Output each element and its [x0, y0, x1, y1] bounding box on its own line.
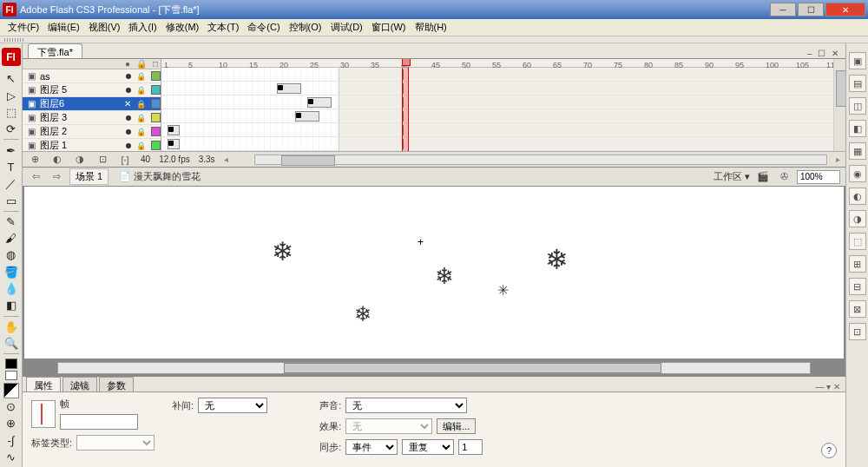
edit-effect-button[interactable]: 编辑... [437, 418, 476, 434]
edit-scene-icon[interactable]: 🎬 [755, 170, 771, 184]
panel-button-4[interactable]: ▦ [849, 142, 866, 160]
panel-button-8[interactable]: ⬚ [849, 233, 866, 250]
menu-insert[interactable]: 插入(I) [124, 19, 161, 36]
eraser-tool[interactable]: ◧ [2, 297, 21, 313]
tool-option-3[interactable]: ∿ [2, 449, 21, 465]
hand-tool[interactable]: ✋ [2, 319, 21, 335]
fill-swatch[interactable] [5, 371, 17, 381]
menu-text[interactable]: 文本(T) [203, 19, 243, 36]
visibility-dot[interactable] [126, 74, 131, 79]
swap-colors[interactable] [3, 383, 19, 398]
visibility-dot[interactable] [126, 88, 131, 93]
forward-button[interactable]: ⇨ [49, 170, 64, 184]
zoom-field[interactable]: 100% [797, 170, 840, 184]
ink-bottle-tool[interactable]: ◍ [2, 247, 21, 263]
snap-toggle[interactable]: ⊙ [2, 398, 21, 415]
frame-track[interactable] [161, 123, 833, 137]
panel-button-5[interactable]: ◉ [849, 165, 866, 182]
panel-button-0[interactable]: ▣ [849, 52, 866, 69]
outline-color[interactable] [151, 141, 161, 150]
lock-icon[interactable]: 🔒 [136, 72, 146, 81]
dock-handle[interactable] [0, 36, 868, 43]
frame-track[interactable] [161, 109, 833, 123]
layer-row[interactable]: ▣ 图层6 ✕ 🔒 [23, 97, 161, 111]
menu-edit[interactable]: 编辑(E) [43, 19, 84, 36]
edit-multi-icon[interactable]: ⊡ [95, 154, 109, 165]
sync-select[interactable]: 事件 [345, 439, 398, 455]
lock-icon[interactable]: 🔒 [136, 114, 146, 122]
panel-button-10[interactable]: ⊟ [849, 278, 866, 295]
pencil-tool[interactable]: ✎ [2, 214, 21, 230]
layer-row[interactable]: ▣ 图层 3 🔒 [23, 111, 161, 125]
panel-button-12[interactable]: ⊡ [849, 323, 866, 340]
menu-control[interactable]: 控制(O) [285, 19, 326, 36]
stage[interactable]: ❄❄❄✳❄+ [24, 187, 844, 358]
panel-button-1[interactable]: ▤ [849, 75, 866, 92]
line-tool[interactable]: ／ [2, 175, 21, 192]
help-icon[interactable]: ? [821, 443, 837, 458]
lock-icon[interactable]: 🔒 [136, 128, 146, 136]
snowflake-symbol[interactable]: ❄ [435, 263, 454, 290]
maximize-button[interactable]: ☐ [798, 3, 824, 16]
subselect-tool[interactable]: ▷ [2, 88, 21, 104]
lock-icon[interactable]: 🔒 [136, 100, 146, 109]
outline-color[interactable] [151, 71, 161, 81]
panel-button-3[interactable]: ◧ [849, 120, 866, 137]
pen-tool[interactable]: ✒ [2, 141, 21, 158]
eyedropper-tool[interactable]: 💧 [2, 280, 21, 297]
visibility-dot[interactable] [126, 115, 131, 121]
edit-symbol-icon[interactable]: ✇ [776, 170, 792, 184]
layer-row[interactable]: ▣ 图层 2 🔒 [23, 125, 161, 139]
menu-file[interactable]: 文件(F) [3, 19, 43, 36]
center-frame-icon[interactable]: ⊕ [28, 154, 42, 165]
visibility-dot[interactable] [126, 143, 131, 148]
stroke-swatch[interactable] [5, 358, 17, 369]
lasso-tool[interactable]: ⟳ [2, 121, 21, 137]
lock-header-icon[interactable]: 🔒 [136, 59, 147, 69]
visibility-dot[interactable] [126, 129, 131, 135]
minimize-button[interactable]: ─ [770, 3, 796, 16]
tween-select[interactable]: 无 [198, 398, 267, 413]
layer-row[interactable]: ▣ 图层 1 🔒 [23, 139, 161, 151]
symbol-crumb[interactable]: 📄 漫天飘舞的雪花 [114, 169, 206, 184]
hidden-icon[interactable]: ✕ [124, 99, 131, 109]
snowflake-symbol[interactable]: ❄ [272, 236, 293, 266]
panel-button-2[interactable]: ◫ [849, 97, 866, 115]
frame-track[interactable] [161, 82, 833, 95]
playhead[interactable] [402, 68, 409, 151]
paint-bucket-tool[interactable]: 🪣 [2, 264, 21, 280]
scene-crumb[interactable]: 场景 1 [69, 168, 108, 185]
selection-tool[interactable]: ↖ [2, 70, 21, 87]
frame-track[interactable] [161, 137, 833, 151]
modify-markers-icon[interactable]: [·] [118, 155, 132, 165]
document-window-controls[interactable]: – ☐ ✕ [807, 49, 840, 58]
panel-button-6[interactable]: ◐ [849, 187, 866, 205]
snowflake-symbol[interactable]: ❄ [545, 243, 569, 276]
frame-track[interactable] [161, 95, 833, 109]
frame-track[interactable] [161, 68, 833, 82]
menu-debug[interactable]: 调试(D) [326, 19, 367, 36]
close-button[interactable]: ✕ [825, 3, 865, 16]
outline-color[interactable] [151, 113, 161, 122]
outline-header-icon[interactable]: □ [153, 59, 158, 69]
workspace-menu[interactable]: 工作区 ▾ [713, 170, 750, 183]
free-transform-tool[interactable]: ⬚ [2, 104, 21, 121]
effect-select[interactable]: 无 [345, 418, 432, 434]
menu-view[interactable]: 视图(V) [84, 19, 125, 36]
panel-button-7[interactable]: ◑ [849, 210, 866, 227]
layer-row[interactable]: ▣ 图层 5 🔒 [23, 83, 161, 97]
menu-window[interactable]: 窗口(W) [367, 19, 411, 36]
stage-hscroll[interactable] [57, 362, 811, 374]
outline-color[interactable] [151, 85, 161, 95]
layer-row[interactable]: ▣ as 🔒 [23, 69, 161, 83]
timeline-ruler[interactable]: 1510152025303540455055606570758085909510… [161, 59, 833, 68]
loop-count-input[interactable] [458, 439, 483, 455]
panel-button-9[interactable]: ⊞ [849, 255, 866, 273]
outline-color[interactable] [151, 127, 161, 136]
brush-tool[interactable]: 🖌 [2, 230, 21, 247]
timeline-vscroll[interactable] [833, 59, 845, 151]
visibility-header-icon[interactable]: ● [125, 59, 130, 69]
lock-icon[interactable]: 🔒 [136, 141, 146, 150]
document-tab[interactable]: 下雪.fla* [28, 43, 82, 58]
back-button[interactable]: ⇦ [28, 170, 43, 184]
